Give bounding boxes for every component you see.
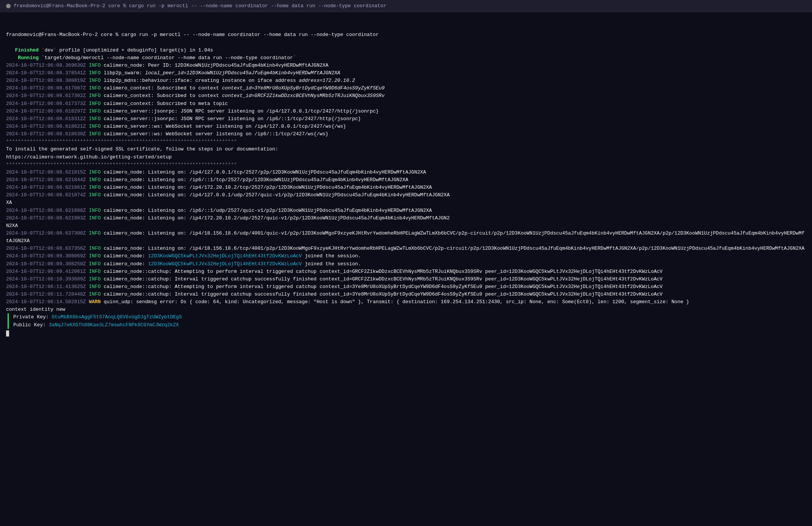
line-l1: 2024-10-07T12:06:08.369630Z INFO calimer… bbox=[6, 62, 806, 69]
line-l3: 2024-10-07T12:06:08.380819Z INFO libp2p_… bbox=[6, 77, 806, 85]
line-cursor bbox=[6, 329, 806, 337]
line-l21: 2024-10-07T12:06:09.412061Z INFO calimer… bbox=[6, 268, 806, 276]
line-l14b: XA bbox=[6, 199, 806, 207]
line-l24: 2024-10-07T12:06:11.728448Z INFO calimer… bbox=[6, 291, 806, 298]
line-l6: 2024-10-07T12:06:08.617373Z INFO calimer… bbox=[6, 100, 806, 108]
terminal-content[interactable]: frandomovic@Frans-MacBook-Pro-2 core % c… bbox=[0, 12, 812, 340]
cursor bbox=[6, 330, 9, 337]
line-ssl2: https://calimero-network.github.io/getti… bbox=[6, 153, 806, 161]
line-l17: 2024-10-07T12:06:08.637300Z INFO calimer… bbox=[6, 230, 806, 245]
line-l27: Private Key: GtuMbBX8bsAggF5tS7AoqLQ6V6x… bbox=[8, 313, 806, 321]
line-sep1: ****************************************… bbox=[6, 138, 806, 146]
title-bar-text: frandomovic@Frans-MacBook-Pro-2 core % c… bbox=[14, 3, 386, 9]
line-l14: 2024-10-07T12:06:08.621874Z INFO calimer… bbox=[6, 191, 806, 199]
line-l16b: N2XA bbox=[6, 222, 806, 230]
line-l19: 2024-10-07T12:06:09.308069Z INFO calimer… bbox=[6, 252, 806, 260]
line-l16: 2024-10-07T12:06:08.621903Z INFO calimer… bbox=[6, 214, 806, 222]
window-dot bbox=[6, 4, 11, 8]
line-l5: 2024-10-07T12:06:08.617302Z INFO calimer… bbox=[6, 92, 806, 100]
terminal-window: frandomovic@Frans-MacBook-Pro-2 core % c… bbox=[0, 0, 812, 526]
line-l18: 2024-10-07T12:06:08.637356Z INFO calimer… bbox=[6, 245, 806, 252]
line-l4: 2024-10-07T12:06:08.617087Z INFO calimer… bbox=[6, 85, 806, 92]
line-ssl1: To install the generated self-signed SSL… bbox=[6, 146, 806, 153]
line-sep2: ****************************************… bbox=[6, 161, 806, 169]
line-l26: context identity new bbox=[6, 306, 806, 313]
line-finished: Finished `dev` profile [unoptimized + de… bbox=[6, 47, 806, 54]
line-l7: 2024-10-07T12:06:08.618297Z INFO calimer… bbox=[6, 108, 806, 115]
line-l25: 2024-10-07T12:06:14.502815Z WARN quinn_u… bbox=[6, 298, 806, 306]
line-cmd: frandomovic@Frans-MacBook-Pro-2 core % c… bbox=[6, 31, 806, 39]
line-l22: 2024-10-07T12:06:10.393689Z INFO calimer… bbox=[6, 276, 806, 283]
line-l11: 2024-10-07T12:06:08.621815Z INFO calimer… bbox=[6, 169, 806, 176]
line-l20: 2024-10-07T12:06:09.308250Z INFO calimer… bbox=[6, 260, 806, 268]
line-l15: 2024-10-07T12:06:08.621888Z INFO calimer… bbox=[6, 207, 806, 214]
line-l13: 2024-10-07T12:06:08.621861Z INFO calimer… bbox=[6, 184, 806, 191]
line-l23: 2024-10-07T12:06:11.413625Z INFO calimer… bbox=[6, 283, 806, 291]
line-running: Running `target/debug/meroctl --node-nam… bbox=[6, 54, 806, 62]
line-l9: 2024-10-07T12:06:08.618621Z INFO calimer… bbox=[6, 123, 806, 130]
title-bar: frandomovic@Frans-MacBook-Pro-2 core % c… bbox=[0, 0, 812, 12]
line-l28: Public Key: 3aNqJ7eKXGTh88Kae3LZ7mswhcFN… bbox=[8, 321, 806, 329]
line-l2: 2024-10-07T12:06:08.378541Z INFO libp2p_… bbox=[6, 69, 806, 77]
line-l8: 2024-10-07T12:06:08.618312Z INFO calimer… bbox=[6, 115, 806, 123]
line-l10: 2024-10-07T12:06:08.618630Z INFO calimer… bbox=[6, 130, 806, 138]
line-l12: 2024-10-07T12:06:08.621844Z INFO calimer… bbox=[6, 176, 806, 184]
